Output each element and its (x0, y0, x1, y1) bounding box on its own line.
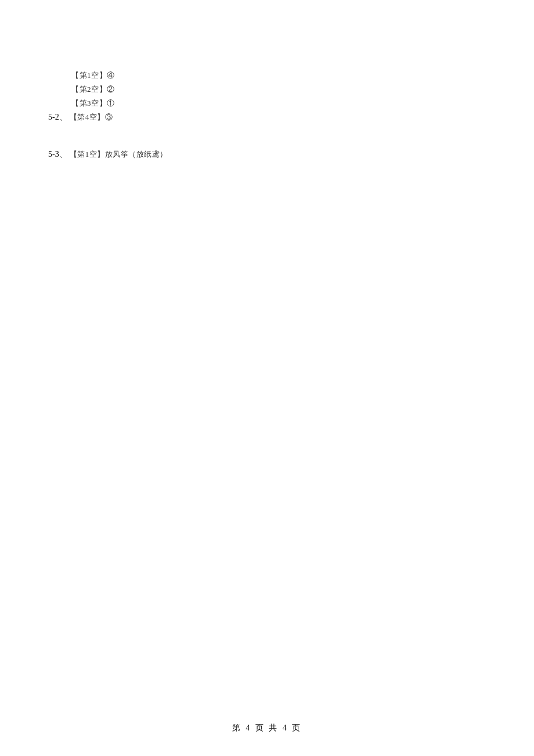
answer-blank-2: 【第2空】② (71, 82, 168, 96)
answer-5-2: 【第4空】③ (70, 110, 113, 124)
question-number-5-2: 5-2、 (48, 112, 67, 123)
answer-5-3: 【第1空】放风筝（放纸鸢） (70, 147, 168, 161)
answer-blank-3: 【第3空】① (71, 96, 168, 110)
answer-blank-1: 【第1空】④ (71, 69, 168, 82)
question-5-3-row: 5-3、 【第1空】放风筝（放纸鸢） (48, 147, 168, 161)
answer-content: 【第1空】④ 【第2空】② 【第3空】① 5-2、 【第4空】③ 5-3、 【第… (48, 69, 168, 161)
question-number-5-3: 5-3、 (48, 149, 67, 160)
page-footer: 第 4 页 共 4 页 (0, 723, 534, 733)
question-5-2-row: 5-2、 【第4空】③ (48, 110, 168, 124)
